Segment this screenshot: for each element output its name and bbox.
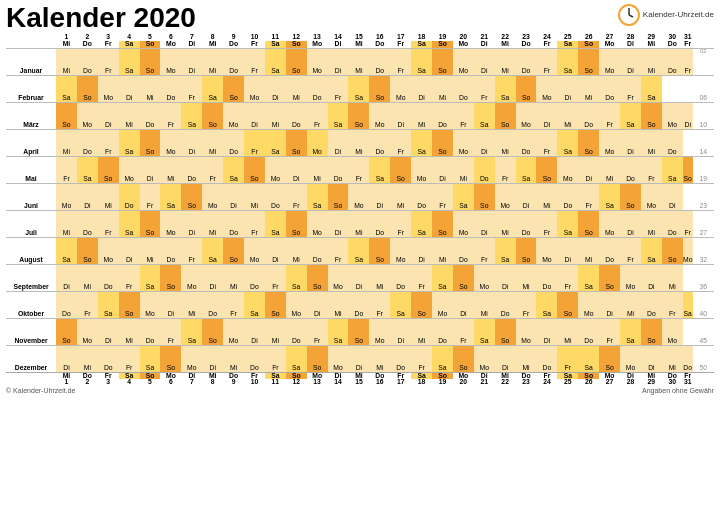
footer-copyright: © Kalender-Uhrzeit.de bbox=[6, 387, 75, 394]
header: Kalender 2020 Kalender-Uhrzeit.de bbox=[6, 4, 714, 32]
november-row: November SoMoDiMiDo FrSaSoMoDi MiDoFrSaS… bbox=[6, 318, 714, 345]
calendar-table: 1 2 3 4 5 6 7 8 9 10 11 12 13 14 15 16 1… bbox=[6, 34, 714, 386]
august-row: August SaSoMoDiMi DoFrSaSoMo DiMiDoFrSa … bbox=[6, 237, 714, 264]
juni-row: Juni MoDiMiDoFr SaSoMoDiMi DoFrSaSoMo Di… bbox=[6, 183, 714, 210]
januar-row: Januar MiDoFrSaSo MoDiMiDoFr SaSoMoDiMi … bbox=[6, 48, 714, 75]
juli-row: Juli MiDoFrSaSo MoDiMiDoFr SaSoMoDiMi Do… bbox=[6, 210, 714, 237]
footer-disclaimer: Angaben ohne Gewähr bbox=[642, 387, 714, 394]
top-abbr-row: MiDoFrSaSo MoDiMiDoFr SaSoMoDiMi DoFrSaS… bbox=[6, 41, 714, 48]
mai-row: Mai FrSaSoMoDi MiDoFrSaSo MoDiMiDoFr SaS… bbox=[6, 156, 714, 183]
september-row: September DiMiDoFrSa SoMoDiMiDo FrSaSoMo… bbox=[6, 264, 714, 291]
marz-row: März SoMoDiMiDo FrSaSoMoDi MiDoFrSaSo Mo… bbox=[6, 102, 714, 129]
logo-icon bbox=[618, 4, 640, 26]
oktober-row: Oktober DoFrSaSoMo DiMiDoFrSa SoMoDiMiDo… bbox=[6, 291, 714, 318]
logo: Kalender-Uhrzeit.de bbox=[618, 4, 714, 26]
dezember-row: Dezember DiMiDoFrSa SoMoDiMiDo FrSaSoMoD… bbox=[6, 345, 714, 372]
logo-text: Kalender-Uhrzeit.de bbox=[643, 10, 714, 20]
page-title: Kalender 2020 bbox=[6, 4, 196, 32]
februar-row: Februar SaSoMoDiMi DoFrSaSoMo DiMiDoFrSa… bbox=[6, 75, 714, 102]
bottom-number-row: 12345 678910 1112131415 1617181920 21222… bbox=[6, 379, 714, 386]
april-row: April MiDoFrSaSo MoDiMiDoFr SaSoMoDiMi D… bbox=[6, 129, 714, 156]
svg-line-2 bbox=[629, 15, 633, 17]
calendar-container: Kalender 2020 Kalender-Uhrzeit.de 1 2 3 … bbox=[0, 0, 720, 507]
footer: © Kalender-Uhrzeit.de Angaben ohne Gewäh… bbox=[6, 387, 714, 394]
